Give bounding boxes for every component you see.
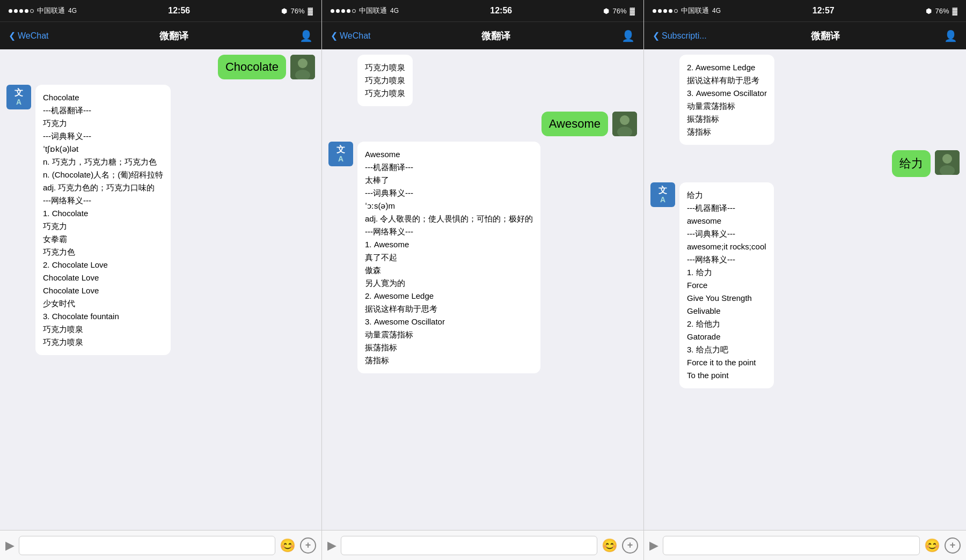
user-bubble-2: Awesome (541, 112, 608, 136)
chevron-left-icon-3: ❮ (653, 31, 660, 41)
dot5 (30, 9, 34, 13)
dot2 (336, 9, 340, 13)
status-right: ⬢ 76% ▓ (281, 7, 313, 15)
text-input-3[interactable] (663, 536, 920, 555)
emoji-icon-2[interactable]: 😊 (602, 538, 618, 553)
dot1 (653, 9, 656, 13)
add-button-1[interactable]: + (300, 537, 316, 554)
battery-label-3: 76% (935, 7, 949, 15)
nav-bar-3: ❮ Subscripti... 微翻译 👤 (644, 21, 966, 49)
time-label: 12:56 (168, 6, 190, 16)
dot4 (669, 9, 672, 13)
status-bar-2: 中国联通 4G 12:56 ⬢ 76% ▓ (322, 0, 643, 21)
chevron-left-icon: ❮ (9, 31, 16, 41)
nav-title-1: 微翻译 (159, 30, 188, 42)
status-left-2: 中国联通 4G (331, 6, 399, 16)
bot-msg-1: 文 A Chocolate ---机器翻译--- 巧克力 ---词典释义--- … (6, 85, 315, 355)
text-input-1[interactable] (19, 536, 275, 555)
dot5 (674, 9, 678, 13)
carrier-label-2: 中国联通 (359, 6, 387, 16)
add-button-2[interactable]: + (622, 537, 638, 554)
svg-point-4 (620, 115, 630, 125)
bot-msg-3: 文 A 给力 ---机器翻译--- awesome ---词典释义--- awe… (650, 182, 960, 388)
profile-icon-1[interactable]: 👤 (299, 30, 313, 42)
back-label-2: WeChat (340, 31, 371, 41)
dot2 (658, 9, 662, 13)
phone-panel-2: 中国联通 4G 12:56 ⬢ 76% ▓ ❮ WeChat 微翻译 👤 巧克力… (322, 0, 644, 560)
chat-area-2: 巧克力喷泉 巧克力喷泉 巧克力喷泉 Awesome 文 A Awesome --… (322, 49, 643, 530)
add-button-3[interactable]: + (945, 537, 961, 554)
input-bar-2: ▶ 😊 + (322, 530, 643, 560)
bot-bubble-1: Chocolate ---机器翻译--- 巧克力 ---词典释义--- ˈtʃɒ… (35, 85, 171, 355)
bot-bubble-3: 给力 ---机器翻译--- awesome ---词典释义--- awesome… (679, 182, 774, 388)
dot3 (341, 9, 345, 13)
back-label-3: Subscripti... (662, 31, 707, 41)
user-avatar-1 (290, 55, 315, 79)
time-label-3: 12:57 (813, 6, 835, 16)
emoji-icon-1[interactable]: 😊 (280, 538, 296, 553)
dot1 (9, 9, 12, 13)
bluetooth-icon: ⬢ (281, 7, 287, 15)
chevron-left-icon-2: ❮ (331, 31, 338, 41)
voice-icon-1[interactable]: ▶ (5, 539, 14, 552)
user-msg-3: 给力 (650, 150, 960, 177)
status-left-3: 中国联通 4G (653, 6, 721, 16)
dot3 (19, 9, 23, 13)
svg-point-1 (298, 58, 308, 68)
nav-bar-1: ❮ WeChat 微翻译 👤 (0, 21, 321, 49)
bot-bubble-2: Awesome ---机器翻译--- 太棒了 ---词典释义--- ˈɔːs(ə… (357, 142, 540, 373)
voice-icon-3[interactable]: ▶ (649, 539, 658, 552)
back-button-2[interactable]: ❮ WeChat (331, 31, 371, 41)
signal-dots-2 (331, 9, 356, 13)
dot4 (347, 9, 350, 13)
bot-bubble-top-3: 2. Awesome Ledge 据说这样有助于思考 3. Awesome Os… (679, 55, 774, 145)
network-label: 4G (68, 7, 77, 14)
status-bar-1: 中国联通 4G 12:56 ⬢ 76% ▓ (0, 0, 321, 21)
user-msg-2: Awesome (328, 112, 637, 136)
dot5 (352, 9, 356, 13)
input-bar-3: ▶ 😊 + (644, 530, 966, 560)
bot-avatar-1: 文 A (6, 85, 31, 109)
battery-label-2: 76% (612, 7, 626, 15)
back-label-1: WeChat (18, 31, 49, 41)
user-bubble-3: 给力 (892, 150, 931, 177)
bluetooth-icon-3: ⬢ (926, 7, 932, 15)
bot-msg-2: 文 A Awesome ---机器翻译--- 太棒了 ---词典释义--- ˈɔ… (328, 142, 637, 373)
user-avatar-3 (935, 150, 960, 175)
bot-msg-top-2: 巧克力喷泉 巧克力喷泉 巧克力喷泉 (328, 55, 637, 106)
phone-panel-1: 中国联通 4G 12:56 ⬢ 76% ▓ ❮ WeChat 微翻译 👤 Cho… (0, 0, 322, 560)
bot-bubble-top-2: 巧克力喷泉 巧克力喷泉 巧克力喷泉 (357, 55, 413, 106)
nav-title-3: 微翻译 (811, 30, 840, 42)
svg-point-7 (942, 154, 952, 164)
carrier-label-3: 中国联通 (681, 6, 709, 16)
back-button-3[interactable]: ❮ Subscripti... (653, 31, 707, 41)
user-msg-1: Chocolate (6, 55, 315, 79)
dot3 (663, 9, 667, 13)
user-bubble-1: Chocolate (218, 55, 286, 79)
bot-msg-top-3: 2. Awesome Ledge 据说这样有助于思考 3. Awesome Os… (650, 55, 960, 145)
bluetooth-icon-2: ⬢ (603, 7, 609, 15)
voice-icon-2[interactable]: ▶ (327, 539, 336, 552)
nav-bar-2: ❮ WeChat 微翻译 👤 (322, 21, 643, 49)
status-bar-3: 中国联通 4G 12:57 ⬢ 76% ▓ (644, 0, 966, 21)
battery-icon-2: ▓ (630, 7, 635, 15)
back-button-1[interactable]: ❮ WeChat (9, 31, 49, 41)
network-label-3: 4G (712, 7, 721, 14)
battery-icon: ▓ (308, 7, 313, 15)
text-input-2[interactable] (341, 536, 597, 555)
emoji-icon-3[interactable]: 😊 (924, 538, 940, 553)
profile-icon-2[interactable]: 👤 (621, 30, 635, 42)
input-bar-1: ▶ 😊 + (0, 530, 321, 560)
dot4 (25, 9, 28, 13)
status-right-3: ⬢ 76% ▓ (926, 7, 957, 15)
signal-dots (9, 9, 34, 13)
battery-icon-3: ▓ (953, 7, 957, 15)
carrier-label: 中国联通 (37, 6, 65, 16)
battery-label: 76% (290, 7, 304, 15)
nav-title-2: 微翻译 (481, 30, 510, 42)
phone-panel-3: 中国联通 4G 12:57 ⬢ 76% ▓ ❮ Subscripti... 微翻… (644, 0, 966, 560)
time-label-2: 12:56 (490, 6, 512, 16)
status-left: 中国联通 4G (9, 6, 77, 16)
dot2 (14, 9, 18, 13)
profile-icon-3[interactable]: 👤 (944, 30, 957, 42)
